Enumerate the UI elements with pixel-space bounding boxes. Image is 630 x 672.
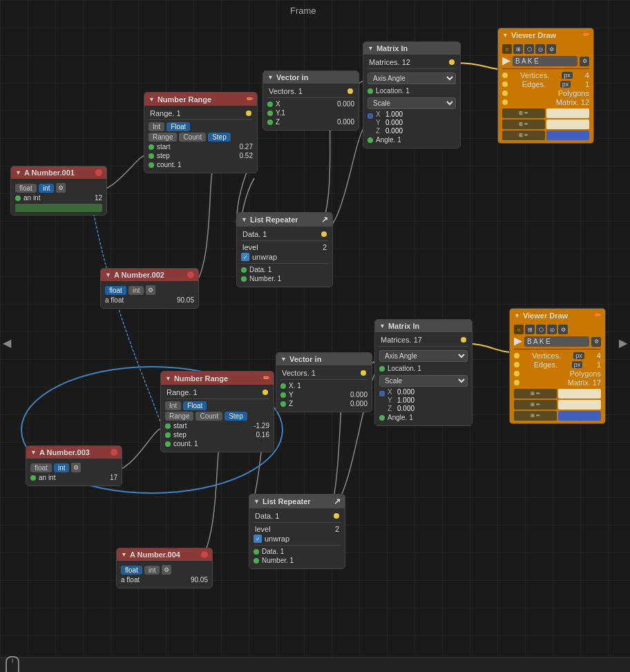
unwrap-checkbox[interactable]: ✓ — [241, 253, 249, 261]
viewer-draw-1-body: ○ ⊞ ⬡ ◎ ⚙ B A K E ⚙ Vertices. px 4 Edges… — [498, 41, 593, 143]
vd-grid-cell-4[interactable] — [546, 119, 589, 129]
node-dot[interactable] — [111, 449, 117, 456]
step-tab[interactable]: Step — [225, 412, 247, 421]
arrow-left[interactable]: ◀ — [3, 336, 11, 349]
scale-indicator — [368, 113, 373, 119]
vd-grid-cell-3[interactable]: ⊞✏ — [502, 119, 545, 129]
vd-grid-cell-4[interactable] — [558, 400, 601, 410]
settings-icon[interactable]: ⚙ — [162, 565, 171, 575]
coord-block: X 1.000 Y 0.000 Z 0.000 — [376, 111, 456, 135]
y-label: Y.1 — [276, 109, 285, 117]
mesh-icon[interactable]: ⊞ — [513, 44, 523, 54]
bake-play-icon[interactable] — [502, 57, 510, 66]
matrix-label: Matrix. 17 — [568, 378, 601, 387]
x-coord-value: 1.000 — [385, 111, 403, 118]
bake-settings-icon[interactable]: ⚙ — [591, 337, 601, 347]
step-tab[interactable]: Step — [208, 133, 231, 142]
start-socket: start 0.27 — [149, 143, 253, 151]
range-output-row: Range. 1 — [165, 388, 269, 396]
bake-settings-icon[interactable]: ⚙ — [580, 57, 589, 66]
node-dot[interactable] — [201, 551, 208, 558]
int-btn[interactable]: int — [54, 463, 70, 472]
coord-block: X 0.000 Y 1.000 Z 0.000 — [388, 388, 468, 412]
settings-icon[interactable]: ⚙ — [146, 285, 155, 295]
polygons-row: Polygons — [514, 369, 601, 378]
data-out-label: Data. 1 — [262, 548, 284, 555]
vd-grid-cell-1[interactable]: ⊞✏ — [502, 108, 545, 118]
vector-in-1-title: Vector in — [276, 73, 308, 81]
number-range-2-node: ▼ Number Range ✏ Range. 1 Int Float Rang… — [160, 371, 274, 452]
bake-button[interactable]: B A K E — [524, 336, 589, 347]
float-mode-btn[interactable]: Float — [183, 401, 207, 410]
int-btn[interactable]: int — [144, 566, 160, 575]
vd-grid-cell-2[interactable] — [546, 108, 589, 118]
vd-grid-cell-5[interactable]: ⊞✏ — [514, 411, 557, 421]
count-tab[interactable]: Count — [195, 412, 222, 421]
scale-select[interactable]: Scale — [379, 375, 468, 387]
light-icon[interactable]: ◎ — [535, 44, 545, 54]
vd-grid-cell-6[interactable] — [546, 131, 589, 140]
range-tab[interactable]: Range — [149, 133, 177, 142]
light-icon[interactable]: ◎ — [547, 325, 557, 334]
axis-angle-select[interactable]: Axis Angle — [379, 350, 468, 362]
float-btn[interactable]: float — [15, 184, 37, 193]
matrix-row: Matrix. 17 — [514, 378, 601, 387]
a-number-003-body: float int ⚙ an int 17 — [26, 459, 122, 486]
scale-select[interactable]: Scale — [368, 97, 456, 109]
data-out-dot — [321, 231, 327, 237]
pencil-icon[interactable]: ✏ — [595, 311, 601, 320]
axis-angle-select[interactable]: Axis Angle — [368, 73, 456, 84]
node-dot[interactable] — [95, 169, 102, 176]
vd-grid-cell-3[interactable]: ⊞✏ — [514, 400, 557, 410]
int-btn[interactable]: int — [39, 184, 55, 193]
unwrap-checkbox[interactable]: ✓ — [254, 535, 262, 543]
float-mode-btn[interactable]: Float — [166, 122, 190, 131]
matrix-in-1-body: Matrices. 12 Axis Angle Location. 1 Scal… — [363, 55, 460, 148]
a-number-003-header: ▼ A Number.003 — [26, 446, 122, 459]
z-value: 0.000 — [337, 118, 354, 126]
range-tab[interactable]: Range — [165, 412, 193, 421]
divider — [514, 349, 601, 349]
settings2-icon[interactable]: ⚙ — [558, 325, 568, 334]
pencil-icon[interactable]: ✏ — [263, 374, 269, 383]
cam-icon[interactable]: ⬡ — [524, 44, 534, 54]
float-btn[interactable]: float — [105, 286, 126, 295]
node-dot[interactable] — [187, 271, 194, 278]
a-number-004-title: A Number.004 — [130, 550, 180, 559]
float-btn[interactable]: float — [30, 463, 52, 472]
cam-icon[interactable]: ⬡ — [536, 325, 546, 334]
circle-icon[interactable]: ○ — [514, 325, 524, 334]
bake-play-icon[interactable] — [514, 338, 522, 346]
settings-icon[interactable]: ⚙ — [71, 463, 81, 472]
circle-icon[interactable]: ○ — [502, 44, 512, 54]
count-tab[interactable]: Count — [179, 133, 206, 142]
vd-grid-cell-2[interactable] — [558, 389, 601, 399]
matrix-in-2-header: ▼ Matrix In — [375, 320, 472, 332]
pencil-icon[interactable]: ✏ — [583, 30, 589, 39]
vd-grid-cell-5[interactable]: ⊞✏ — [502, 131, 545, 140]
pencil-icon[interactable]: ✏ — [247, 95, 253, 104]
vd-grid-cell-6[interactable] — [558, 411, 601, 421]
int-btn[interactable]: int — [128, 286, 144, 295]
value-bar[interactable] — [15, 204, 102, 212]
matrices-label: Matrices. 17 — [381, 336, 422, 344]
export-icon[interactable]: ↗ — [321, 215, 328, 224]
scale-input-block: X 1.000 Y 0.000 Z 0.000 — [368, 111, 456, 135]
settings-icon[interactable]: ⚙ — [56, 183, 66, 193]
list-repeater-1-node: ▼ List Repeater ↗ Data. 1 level 2 ✓ unwr… — [236, 212, 333, 287]
arrow-right[interactable]: ▶ — [619, 336, 627, 349]
float-btn[interactable]: float — [121, 566, 142, 575]
header-arrow: ▼ — [121, 551, 127, 558]
a-number-002-body: float int ⚙ a float 90.05 — [101, 281, 198, 308]
int-mode-btn[interactable]: Int — [149, 122, 164, 131]
level-label: level — [242, 243, 258, 251]
vd-grid-cell-1[interactable]: ⊞✏ — [514, 389, 557, 399]
mesh-icon[interactable]: ⊞ — [525, 325, 535, 334]
settings2-icon[interactable]: ⚙ — [546, 44, 556, 54]
y-label: Y — [289, 391, 294, 399]
edges-label: Edges. — [534, 361, 557, 369]
edges-val: 1 — [597, 361, 601, 369]
int-mode-btn[interactable]: Int — [165, 401, 181, 410]
bake-button[interactable]: B A K E — [513, 56, 578, 66]
export-icon[interactable]: ↗ — [334, 497, 341, 506]
